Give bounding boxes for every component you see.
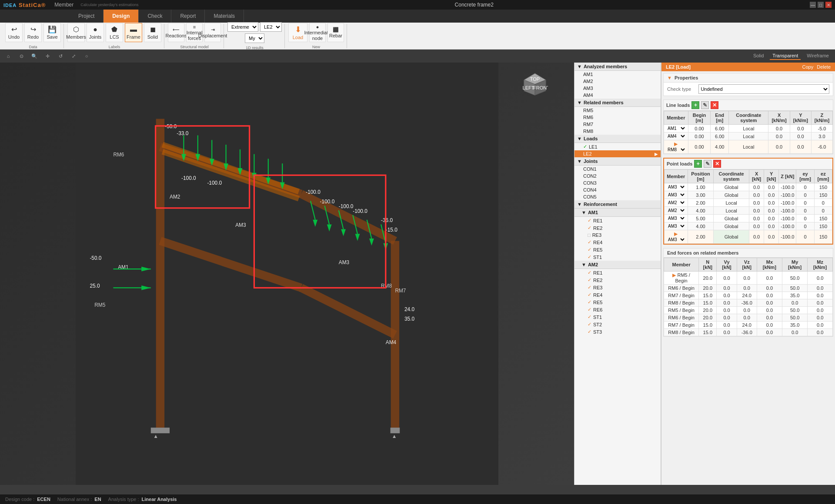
loads-header[interactable]: ▼ Loads [574,135,661,143]
joints-header[interactable]: ▼ Joints [574,157,661,166]
redo-btn[interactable]: ↪ Redo [24,23,42,42]
tab-project[interactable]: Project [70,10,104,23]
tab-design[interactable]: Design [104,10,139,23]
wireframe-mode[interactable]: Wireframe [804,52,832,60]
tab-materials[interactable]: Materials [205,10,244,23]
point-loads-del-btn[interactable]: ✕ [713,160,721,168]
pan-view-btn[interactable]: ✛ [43,51,52,61]
tree-item-con4[interactable]: CON4 [574,186,661,193]
displacement-btn[interactable]: ⇥ Displacement [204,23,221,42]
table-row[interactable]: AM2 2.00Local0.00.0-100.000 [665,199,832,207]
table-row[interactable]: AM3 3.00Global0.00.0-100.00150 [665,191,832,199]
table-row[interactable]: AM3 4.00Global0.00.0-100.00150 [665,222,832,230]
close-btn[interactable]: ✕ [825,2,832,8]
table-row[interactable]: RM5 / Begin 20.00.00.00.050.00.0 [664,307,833,314]
table-row[interactable]: RM6 / Begin 20.00.00.00.050.00.0 [664,314,833,322]
table-row[interactable]: AM4 0.00 6.00 Local 0.0 0.0 3.0 [664,133,833,140]
table-row[interactable]: AM2 4.00Local0.00.0-100.000 [665,207,832,215]
tree-item-rm7[interactable]: RM7 [574,121,661,128]
tree-item-am2-re1[interactable]: ✓ RE1 [574,269,661,276]
tree-item-am4[interactable]: AM4 [574,92,661,99]
tab-check[interactable]: Check [139,10,171,23]
row-expand-arrow[interactable]: ▶ [672,272,676,278]
joints-btn[interactable]: ● Joints [87,23,104,42]
solid-mode[interactable]: Solid [751,52,766,60]
tree-item-am3[interactable]: AM3 [574,85,661,92]
home-view-btn[interactable]: ⌂ [3,51,13,61]
members-btn[interactable]: ⬡ Members [67,23,85,42]
intermediate-node-btn[interactable]: ● Intermediate node [309,23,326,42]
reactions-btn[interactable]: ⟵ Reactions [168,23,184,42]
tree-item-con3[interactable]: CON3 [574,179,661,186]
table-row[interactable]: RM6 / Begin 20.00.00.00.050.00.0 [664,285,833,292]
table-row[interactable]: RM7 / Begin 15.00.024.00.035.00.0 [664,292,833,299]
le-select[interactable]: LE2 [260,22,282,32]
frame-btn[interactable]: ▬ Frame [125,23,142,42]
tree-item-am1-re2[interactable]: ✓ RE2 [574,224,661,232]
reinforcement-header[interactable]: ▼ Reinforcement [574,200,661,209]
maximize-btn[interactable]: □ [818,2,824,8]
transparent-mode[interactable]: Transparent [770,52,801,60]
extend-view-btn[interactable]: ⤢ [69,51,78,61]
solid-btn[interactable]: ◼ Solid [144,23,161,42]
reinf-am2-header[interactable]: ▼ AM2 [574,261,661,269]
table-row[interactable]: AM1 0.00 6.00 Local 0.0 0.0 -5.0 [664,125,833,133]
tree-item-am2-re5[interactable]: ✓ RE5 [574,298,661,306]
copy-btn[interactable]: Copy [802,64,814,70]
tree-item-am2-re6[interactable]: ✓ RE6 [574,306,661,313]
table-row[interactable]: ▶ RM5 / Begin 20.00.00.00.050.00.0 [664,272,833,285]
row-expand-arrow[interactable]: ▶ [674,231,678,236]
tree-item-am2[interactable]: AM2 [574,78,661,85]
table-row[interactable]: ▶AM3 2.00Global0.00.0-100.00150 [665,230,832,244]
properties-toggle[interactable]: ▼ [667,75,672,80]
save-btn[interactable]: 💾 Save [43,23,61,42]
tab-report[interactable]: Report [171,10,205,23]
internal-forces-btn[interactable]: ≡ Internal forces [186,23,203,42]
minimize-btn[interactable]: — [810,2,816,8]
my-select[interactable]: My [245,33,264,43]
point-loads-add-btn[interactable]: + [694,160,702,168]
row-expand-arrow[interactable]: ▶ [674,141,678,146]
tree-item-am2-re4[interactable]: ✓ RE4 [574,291,661,298]
table-row[interactable]: AM3 1.00Global0.00.0-100.00150 [665,183,832,191]
lcs-btn[interactable]: ⬟ LCS [106,23,123,42]
tree-item-am1[interactable]: AM1 [574,71,661,78]
tree-item-le1[interactable]: ✓ LE1 [574,143,661,150]
undo-btn[interactable]: ↩ Undo [5,23,23,42]
line-loads-add-btn[interactable]: + [691,101,699,109]
point-loads-edit-btn[interactable]: ✎ [704,160,711,168]
table-row[interactable]: AM3 5.00Global0.00.0-100.00150 [665,215,832,222]
tree-item-am2-st3[interactable]: ✓ ST3 [574,328,661,335]
check-type-select[interactable]: Undefined [698,84,829,94]
table-row[interactable]: ▶RM8 0.00 4.00 Local 0.0 0.0 -6.0 [664,140,833,154]
table-row[interactable]: RM8 / Begin 15.00.0-36.00.00.00.0 [664,299,833,307]
tree-item-am1-re4[interactable]: ✓ RE4 [574,239,661,246]
tree-item-am2-re2[interactable]: ✓ RE2 [574,276,661,284]
line-loads-del-btn[interactable]: ✕ [711,101,718,109]
line-loads-edit-btn[interactable]: ✎ [701,101,709,109]
reinf-am1-header[interactable]: ▼ AM1 [574,209,661,217]
related-members-header[interactable]: ▼ Related members [574,99,661,107]
table-row[interactable]: RM8 / Begin 15.00.0-36.00.00.00.0 [664,329,833,336]
extreme-select[interactable]: Extreme [227,22,258,32]
tree-item-am1-re1[interactable]: ✓ RE1 [574,217,661,224]
table-row[interactable]: RM7 / Begin 15.00.024.00.035.00.0 [664,322,833,329]
tree-item-rm5[interactable]: RM5 [574,107,661,114]
viewport[interactable]: TOP LEFT FRONT AM2 [0,63,574,485]
tree-item-am2-st2[interactable]: ✓ ST2 [574,321,661,328]
tree-item-con1[interactable]: CON1 [574,166,661,172]
rotate-view-btn[interactable]: ↺ [56,51,65,61]
circle-view-btn[interactable]: ○ [82,51,91,61]
tree-item-am1-st1[interactable]: ✓ ST1 [574,253,661,261]
analyzed-members-header[interactable]: ▼ Analyzed members [574,63,661,71]
tree-item-am1-re3[interactable]: □ RE3 [574,232,661,239]
zoom-view-btn[interactable]: 🔍 [30,51,39,61]
tree-item-con5[interactable]: CON5 [574,193,661,200]
rebar-btn[interactable]: ⬛ Rebar [327,23,344,42]
tree-item-am2-st1[interactable]: ✓ ST1 [574,313,661,321]
tree-item-rm6[interactable]: RM6 [574,114,661,121]
fit-view-btn[interactable]: ⊙ [17,51,26,61]
delete-btn[interactable]: Delete [817,64,831,70]
tree-item-con2[interactable]: CON2 [574,172,661,179]
tree-item-am2-re3[interactable]: ✓ RE3 [574,284,661,291]
